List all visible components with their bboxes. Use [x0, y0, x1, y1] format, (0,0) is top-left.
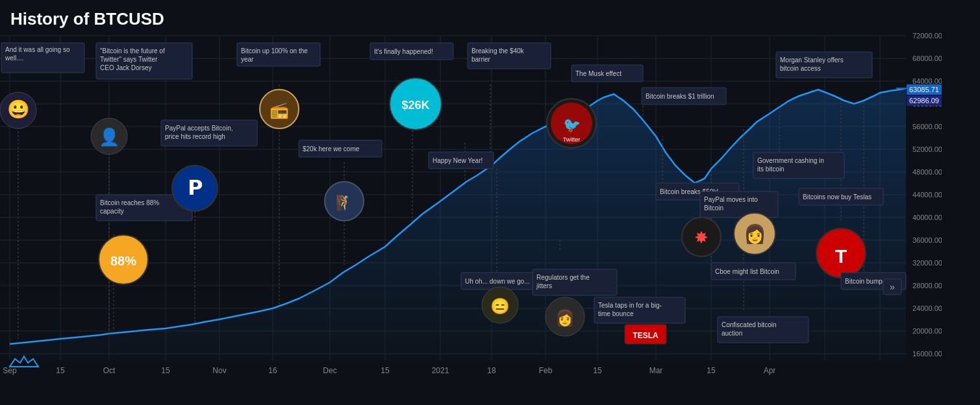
svg-text:well....: well.... [5, 55, 23, 62]
svg-text:36000.00: 36000.00 [912, 236, 942, 244]
svg-text:18: 18 [487, 366, 496, 375]
svg-text:year: year [241, 56, 254, 63]
svg-text:20000.00: 20000.00 [912, 327, 942, 335]
svg-text:28000.00: 28000.00 [912, 282, 942, 289]
svg-text:48000.00: 48000.00 [912, 168, 942, 176]
svg-text:The Musk effect: The Musk effect [575, 70, 622, 77]
chart-container: History of BTCUSD [0, 0, 980, 405]
svg-text:𝗣: 𝗣 [188, 176, 203, 199]
svg-text:44000.00: 44000.00 [912, 191, 942, 199]
svg-text:time bounce: time bounce [598, 310, 634, 317]
svg-text:16000.00: 16000.00 [912, 350, 942, 358]
svg-text:CEO Jack Dorsey: CEO Jack Dorsey [100, 64, 151, 71]
svg-text:"Bitcoin is the future of: "Bitcoin is the future of [100, 47, 165, 55]
svg-text:📻: 📻 [270, 101, 289, 119]
svg-text:52000.00: 52000.00 [912, 145, 942, 153]
svg-text:✸: ✸ [694, 228, 709, 247]
svg-text:$20k here we come: $20k here we come [303, 145, 360, 153]
svg-text:Bitcoin up 100% on the: Bitcoin up 100% on the [241, 47, 308, 55]
svg-text:Tesla taps in for a big-: Tesla taps in for a big- [598, 302, 662, 309]
svg-text:2021: 2021 [432, 366, 449, 375]
page-title: History of BTCUSD [10, 9, 164, 29]
svg-text:its bitcoin: its bitcoin [757, 166, 785, 173]
svg-text:62986.09: 62986.09 [909, 97, 939, 104]
svg-text:And it was all going so: And it was all going so [5, 46, 70, 53]
svg-text:Regulators get the: Regulators get the [536, 274, 590, 281]
svg-text:Bitcoin reaches 88%: Bitcoin reaches 88% [100, 199, 159, 206]
svg-text:88%: 88% [110, 254, 136, 268]
svg-text:56000.00: 56000.00 [912, 123, 942, 130]
svg-text:63085.71: 63085.71 [909, 86, 939, 93]
svg-text:Uh oh... down we go...: Uh oh... down we go... [465, 278, 530, 285]
svg-text:barrier: barrier [471, 56, 491, 63]
svg-text:Happy New Year!: Happy New Year! [433, 157, 483, 164]
svg-text:bitcoin access: bitcoin access [780, 65, 821, 72]
svg-text:Bitcoin bump: Bitcoin bump [845, 278, 883, 285]
svg-text:Bitcoins now buy Teslas: Bitcoins now buy Teslas [803, 193, 872, 201]
svg-text:72000.00: 72000.00 [912, 32, 942, 40]
svg-text:T: T [835, 245, 847, 267]
svg-text:TESLA: TESLA [633, 331, 659, 340]
svg-text:😑: 😑 [490, 297, 510, 315]
svg-text:Twitter: Twitter [563, 136, 581, 143]
svg-text:It's finally happened!: It's finally happened! [374, 48, 433, 55]
svg-text:Confiscated bitcoin: Confiscated bitcoin [722, 321, 777, 328]
svg-text:PayPal accepts Bitcoin,: PayPal accepts Bitcoin, [165, 125, 233, 132]
svg-text:jitters: jitters [536, 282, 552, 289]
svg-text:auction: auction [722, 330, 742, 337]
svg-text:Apr: Apr [764, 366, 776, 375]
svg-text:PayPal moves into: PayPal moves into [704, 196, 758, 203]
svg-text:16: 16 [268, 366, 277, 375]
svg-text:15: 15 [56, 366, 65, 375]
svg-text:😀: 😀 [7, 99, 30, 120]
svg-text:15: 15 [593, 366, 602, 375]
svg-text:capacity: capacity [100, 208, 124, 215]
svg-text:👩: 👩 [744, 223, 766, 245]
svg-text:15: 15 [161, 366, 170, 375]
svg-text:Bitcoin: Bitcoin [704, 204, 723, 212]
svg-text:24000.00: 24000.00 [912, 304, 942, 312]
svg-text:64000.00: 64000.00 [912, 77, 942, 85]
svg-text:🧗: 🧗 [336, 194, 354, 212]
svg-text:32000.00: 32000.00 [912, 259, 942, 267]
svg-text:Twitter" says Twitter: Twitter" says Twitter [100, 56, 158, 63]
svg-text:Morgan Stanley offers: Morgan Stanley offers [780, 56, 844, 64]
svg-text:68000.00: 68000.00 [912, 55, 942, 62]
svg-text:👤: 👤 [99, 127, 120, 147]
svg-text:40000.00: 40000.00 [912, 214, 942, 221]
svg-text:Bitcoin breaks $1 trillion: Bitcoin breaks $1 trillion [646, 93, 714, 100]
svg-text:Sep: Sep [3, 366, 17, 375]
svg-text:👩: 👩 [555, 308, 575, 327]
svg-text:»: » [890, 282, 895, 292]
svg-text:🐦: 🐦 [563, 116, 581, 134]
svg-text:Dec: Dec [323, 366, 336, 375]
svg-text:price hits record high: price hits record high [165, 133, 225, 140]
svg-text:Government cashing in: Government cashing in [757, 157, 824, 164]
svg-text:15: 15 [381, 366, 390, 375]
svg-text:Nov: Nov [212, 366, 226, 375]
svg-text:Oct: Oct [103, 366, 116, 375]
svg-text:15: 15 [707, 366, 716, 375]
svg-text:Breaking the $40k: Breaking the $40k [471, 47, 525, 55]
svg-text:Cboe might list Bitcoin: Cboe might list Bitcoin [715, 268, 779, 275]
svg-text:Feb: Feb [539, 366, 553, 375]
svg-text:$26K: $26K [401, 99, 429, 112]
svg-text:Mar: Mar [649, 366, 663, 375]
